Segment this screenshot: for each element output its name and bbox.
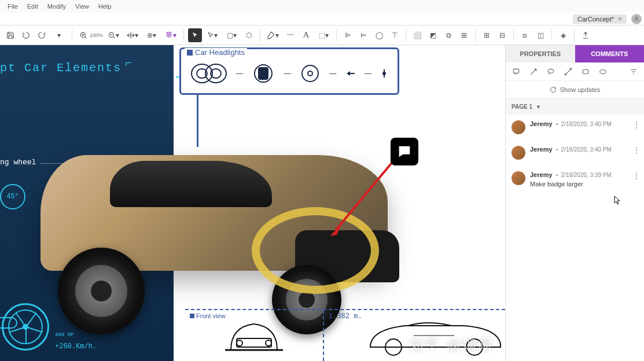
comment-avatar (511, 120, 525, 134)
ruler-button[interactable]: ⊕▾ (143, 28, 160, 42)
comment-rect-tool[interactable] (580, 66, 591, 78)
comment-text: Make badge larger (530, 181, 638, 187)
magnet-button[interactable]: ▾ (162, 28, 179, 42)
svg-point-4 (205, 64, 226, 83)
svg-point-16 (266, 340, 271, 346)
tab-comments[interactable]: COMMENTS (575, 45, 645, 62)
ungroup-button[interactable]: ⊟ (495, 28, 509, 42)
comment-tools (506, 62, 644, 81)
toolbar: ▾ 100% ▾ ▾ ⊕▾ ▾ ▾ ▢▾ ⬡ ▾ 〰 A ⬚▾ ⊫ ⊨ ◯ ⊤ … (0, 25, 644, 45)
comment-more-button[interactable]: ⋮ (632, 146, 641, 155)
comment-more-button[interactable]: ⋮ (632, 171, 641, 181)
menu-view[interactable]: View (71, 2, 93, 11)
svg-point-0 (635, 17, 638, 19)
export-button[interactable] (579, 28, 593, 42)
comment-more-button[interactable]: ⋮ (632, 120, 641, 130)
panel-tabs: PROPERTIES COMMENTS (506, 45, 644, 62)
boolean-union-button[interactable]: ⬜ (410, 28, 424, 42)
svg-point-15 (237, 340, 242, 346)
crop-button[interactable]: ⧈ (518, 28, 532, 42)
history-dropdown[interactable]: ▾ (50, 28, 68, 42)
align-center-button[interactable]: ⊨ (356, 28, 370, 42)
comment-author: Jeremy (530, 120, 553, 127)
comment-line-tool[interactable] (562, 66, 574, 78)
svg-point-24 (600, 69, 606, 73)
zoom-level: 100% (90, 32, 103, 38)
pan-button[interactable]: ▾ (124, 28, 141, 42)
svg-rect-8 (259, 68, 268, 79)
refresh-icon (550, 86, 557, 93)
svg-line-12 (336, 161, 393, 230)
zoom-out-button[interactable]: ▾ (105, 28, 122, 42)
align-right-button[interactable]: ◯ (372, 28, 386, 42)
save-button[interactable] (3, 28, 17, 42)
comment-item[interactable]: Jeremy2/18/2020, 3:40 PM⋮ (506, 140, 644, 165)
boolean-intersect-button[interactable]: ⧉ (441, 28, 455, 42)
menu-help[interactable]: Help (94, 2, 116, 11)
comment-author: Jeremy (530, 146, 553, 153)
show-updates-button[interactable]: Show updates (506, 81, 644, 98)
blueprint-title: pt Car Elements (0, 61, 122, 75)
user-avatar[interactable] (631, 14, 642, 24)
document-tabs: CarConcept* ✕ (0, 13, 644, 25)
comment-arrow-tool[interactable] (528, 66, 539, 78)
chevron-down-icon: ▾ (537, 104, 540, 110)
pointer-tool[interactable] (188, 28, 202, 42)
front-view-label: Front view (190, 312, 226, 319)
component-button[interactable]: ◈ (556, 28, 570, 42)
doc-name: CarConcept* (577, 16, 614, 23)
canvas[interactable]: pt Car Elements ng wheel 45° 460 HP +260… (0, 45, 505, 361)
comment-item[interactable]: Jeremy2/18/2020, 3:40 PM⋮ (506, 115, 644, 140)
comments-list: Jeremy2/18/2020, 3:40 PM⋮Jeremy2/18/2020… (506, 115, 644, 193)
svg-point-10 (308, 71, 312, 76)
frame-tool[interactable]: ⬚▾ (315, 28, 332, 42)
annotation-arrow (324, 155, 399, 242)
tab-properties[interactable]: PROPERTIES (506, 45, 575, 62)
comment-marker[interactable] (391, 138, 418, 165)
comment-pin-tool[interactable] (510, 66, 522, 78)
flip-button[interactable]: ⊞ (457, 28, 471, 42)
comment-ellipse-tool[interactable] (597, 66, 609, 78)
page-header[interactable]: PAGE 1 ▾ (506, 98, 644, 115)
doc-tab[interactable]: CarConcept* ✕ (573, 14, 627, 24)
speed-label: +260.Km/h. (55, 342, 97, 351)
menu-edit[interactable]: Edit (23, 2, 42, 11)
redo-button[interactable] (35, 28, 49, 42)
brush-tool[interactable]: 〰 (284, 28, 297, 42)
svg-rect-19 (513, 69, 518, 73)
shape-tool[interactable]: ▢▾ (223, 28, 240, 42)
boolean-subtract-button[interactable]: ◩ (426, 28, 440, 42)
group-button[interactable]: ⊞ (480, 28, 494, 42)
zoom-fit-button[interactable] (76, 28, 90, 42)
menu-file[interactable]: File (3, 2, 22, 11)
watermark: 知乎 @烟雨 (410, 336, 494, 354)
comment-time: 2/18/2020, 3:39 PM (561, 172, 612, 178)
align-left-button[interactable]: ⊫ (341, 28, 355, 42)
align-top-button[interactable]: ⊤ (388, 28, 402, 42)
pen-tool[interactable]: ▾ (264, 28, 282, 42)
horsepower-label: 460 HP (55, 332, 73, 338)
node-tool[interactable]: ⬡ (242, 28, 256, 42)
menu-bar: File Edit Modify View Help (0, 0, 644, 13)
svg-marker-13 (330, 224, 341, 236)
svg-point-20 (548, 69, 553, 73)
menu-modify[interactable]: Modify (43, 2, 70, 11)
side-panel: PROPERTIES COMMENTS Show updates PAGE 1 … (505, 45, 644, 361)
dimension-label: 1.382 m. (329, 312, 362, 321)
close-icon[interactable]: ✕ (617, 16, 622, 22)
undo-button[interactable] (19, 28, 33, 42)
comment-author: Jeremy (530, 171, 553, 178)
comment-item[interactable]: Jeremy2/18/2020, 3:39 PMMake badge large… (506, 165, 644, 193)
svg-rect-23 (583, 69, 588, 73)
comment-lasso-tool[interactable] (545, 66, 557, 78)
filter-button[interactable] (628, 66, 639, 78)
cursor-icon (614, 196, 621, 205)
comment-avatar (511, 171, 525, 185)
direct-select-tool[interactable]: ▾ (204, 28, 221, 42)
svg-point-11 (382, 72, 386, 75)
text-tool[interactable]: A (299, 28, 313, 42)
headlights-callout: Car Headlights — — — — (179, 47, 399, 95)
comment-time: 2/18/2020, 3:40 PM (561, 121, 612, 127)
comment-time: 2/18/2020, 3:40 PM (561, 146, 612, 153)
mask-button[interactable]: ◫ (533, 28, 547, 42)
